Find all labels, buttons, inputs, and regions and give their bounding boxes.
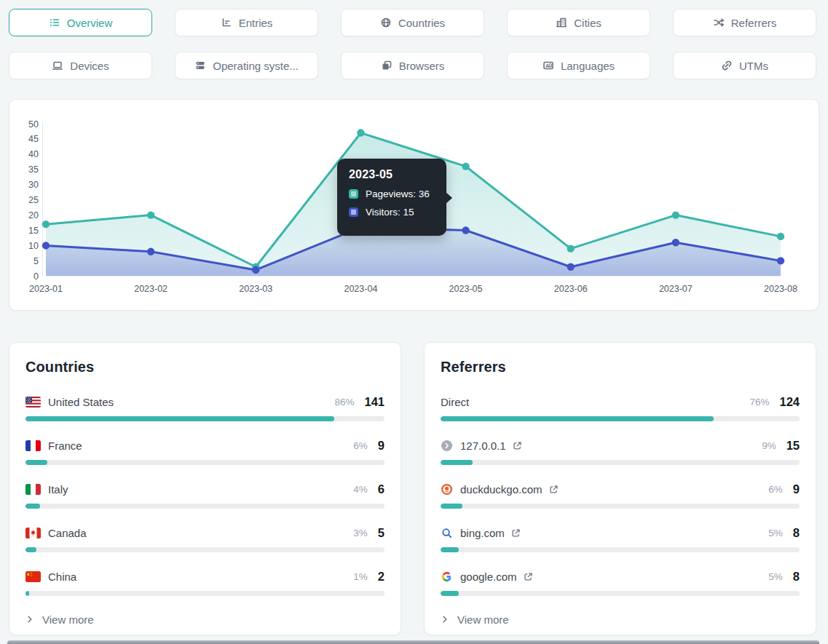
link-icon [721,60,733,71]
referrer-row: duckduckgo.com 6% 9 [441,482,800,509]
svg-text:0: 0 [33,271,39,282]
nav-tabs: Overview Entries Countries Cities Referr… [9,9,816,79]
svg-text:30: 30 [28,180,39,190]
chevron-right-icon [441,613,449,626]
row-label: China [48,571,76,583]
nav-button-operating-systems[interactable]: Operating syste... [175,52,318,79]
progress-fill [441,591,459,596]
svg-text:A: A [545,63,549,68]
row-label: google.com [460,571,517,583]
chevron-circle-favicon-icon [441,440,453,452]
referrer-row: 127.0.0.1 9% 15 [441,438,800,465]
row-label: duckduckgo.com [460,483,543,496]
progress-track [441,460,800,465]
cn-flag-icon [25,571,41,582]
country-row: China 1% 2 [25,569,385,596]
row-label: bing.com [460,527,505,539]
nav-button-label: UTMs [739,60,768,72]
list-icon [49,17,60,28]
nav-button-label: Cities [574,17,602,29]
svg-text:10: 10 [28,241,39,251]
us-flag-icon [25,397,41,408]
progress-track [441,547,800,552]
nav-button-devices[interactable]: Devices [9,52,152,79]
tooltip-date: 2023-05 [349,168,435,181]
server-icon [194,60,206,71]
progress-fill [25,547,36,552]
building-icon [556,17,567,28]
row-percent: 5% [768,571,783,582]
progress-track [25,460,385,465]
svg-text:2023-06: 2023-06 [554,284,588,294]
row-label: Direct [441,396,469,408]
countries-card: Countries United States 86% 141 France 6… [9,342,401,635]
series-swatch [349,189,358,199]
laptop-icon [52,60,63,71]
nav-button-entries[interactable]: Entries [175,9,318,36]
svg-text:2023-01: 2023-01 [29,284,63,294]
nav-button-overview[interactable]: Overview [9,9,152,36]
row-percent: 4% [353,484,368,495]
country-row: Canada 3% 5 [25,525,385,552]
google-favicon-icon [441,571,453,583]
referrer-row: google.com 5% 8 [441,569,800,596]
nav-button-label: Browsers [399,60,445,72]
external-link-icon[interactable] [513,441,522,450]
globe-icon [380,17,392,28]
svg-text:2023-05: 2023-05 [449,284,483,294]
svg-text:15: 15 [28,226,39,236]
progress-track [25,591,385,596]
row-percent: 6% [768,484,783,495]
external-link-icon[interactable] [524,572,533,581]
progress-track [25,416,385,421]
tooltip-arrow [446,192,452,204]
svg-text:35: 35 [28,164,39,175]
countries-view-more[interactable]: View more [25,613,94,626]
svg-text:2023-03: 2023-03 [239,284,272,294]
row-label: Italy [48,483,68,496]
svg-text:45: 45 [28,134,39,144]
progress-fill [441,547,459,552]
progress-fill [25,416,334,421]
nav-button-referrers[interactable]: Referrers [673,9,816,36]
translate-icon: A [543,60,554,71]
nav-button-languages[interactable]: A Languages [507,52,650,79]
progress-track [441,504,800,509]
row-count: 2 [378,570,385,584]
svg-text:50: 50 [28,119,39,130]
row-count: 8 [793,570,800,584]
svg-text:25: 25 [28,195,39,205]
series-swatch [349,207,358,217]
tooltip-series-row: Visitors: 15 [349,207,435,218]
nav-button-label: Languages [561,60,615,72]
nav-button-utms[interactable]: UTMs [673,52,816,79]
referrers-card-title: Referrers [441,359,800,375]
external-link-icon[interactable] [549,485,559,494]
row-label: 127.0.0.1 [460,440,506,452]
row-label: Canada [48,527,87,539]
duckduckgo-favicon-icon [441,483,453,496]
external-link-icon[interactable] [511,528,521,538]
progress-fill [25,591,29,596]
svg-text:2023-08: 2023-08 [764,284,797,294]
traffic-chart-card: 051015202530354045502023-012023-022023-0… [9,99,819,311]
nav-button-browsers[interactable]: Browsers [341,52,484,79]
nav-button-label: Devices [70,60,109,72]
progress-track [441,416,800,421]
row-percent: 1% [353,571,368,582]
series-value-text: Visitors: 15 [366,207,414,218]
svg-text:2023-07: 2023-07 [659,284,693,294]
progress-fill [441,460,473,465]
row-count: 124 [779,395,800,409]
row-percent: 76% [749,397,769,408]
row-percent: 9% [762,440,776,451]
row-label: United States [48,396,114,408]
it-flag-icon [25,484,41,495]
progress-track [25,504,385,509]
nav-button-cities[interactable]: Cities [507,9,650,36]
tooltip-series-row: Pageviews: 36 [349,188,435,199]
nav-button-countries[interactable]: Countries [341,9,484,36]
next-row-card-edge [7,640,819,644]
referrers-view-more[interactable]: View more [441,613,509,626]
nav-button-label: Entries [239,17,273,29]
